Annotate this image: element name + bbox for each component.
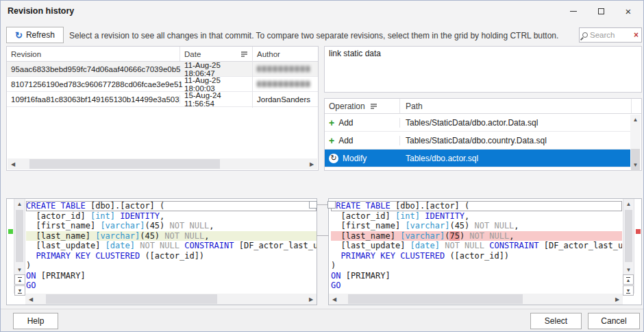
scroll-up-icon[interactable]: ▲ bbox=[623, 199, 634, 209]
code-line: [last_update] [date] NOT NULL CONSTRAINT… bbox=[331, 241, 622, 251]
search-input[interactable] bbox=[590, 31, 632, 39]
code-line: ON [PRIMARY] bbox=[26, 271, 317, 281]
scroll-left-icon[interactable]: ◀ bbox=[25, 296, 36, 303]
code-line: GO bbox=[331, 281, 622, 291]
operation-grid-header: Operation Path bbox=[325, 99, 641, 114]
vscroll-thumb[interactable] bbox=[16, 210, 23, 262]
code-line: PRIMARY KEY CLUSTERED ([actor_id]) bbox=[331, 251, 622, 261]
column-header-author[interactable]: Author bbox=[253, 47, 318, 61]
code-line: GO bbox=[26, 281, 317, 291]
left-pane-hscrollbar[interactable]: ◀ ▶ bbox=[25, 294, 317, 305]
clear-search-icon[interactable]: × bbox=[634, 30, 639, 40]
revision-hash: 95aac6833bebd959fc74d06aaf40666c7039e0b5 bbox=[7, 65, 180, 73]
right-code-editor[interactable]: CREATE TABLE [dbo].[actor] ( [actor_id] … bbox=[331, 199, 622, 294]
revision-row[interactable]: 109f16faa81c83063bf149165130b14499e3a503… bbox=[7, 92, 318, 107]
column-header-path[interactable]: Path bbox=[400, 99, 631, 113]
left-pane-vscrollbar[interactable]: ▲ ▼ bbox=[14, 199, 25, 274]
scroll-left-icon[interactable]: ◀ bbox=[8, 158, 18, 169]
refresh-label: Refresh bbox=[26, 30, 55, 40]
scroll-right-icon[interactable]: ▶ bbox=[306, 296, 317, 303]
code-line: [last_name] [varchar](75) NOT NULL, bbox=[331, 231, 622, 241]
left-code-editor[interactable]: CREATE TABLE [dbo].[actor] ( [actor_id] … bbox=[26, 199, 317, 294]
code-line: [actor_id] [int] IDENTITY, bbox=[26, 211, 317, 222]
operation-grid-vscrollbar[interactable]: ▲ ▼ bbox=[630, 115, 641, 169]
window-title: Revision history bbox=[8, 6, 74, 16]
change-marker-strip bbox=[634, 199, 641, 294]
right-pane-hscrollbar[interactable]: ◀ ▶ bbox=[329, 294, 623, 305]
change-marker-green bbox=[8, 229, 13, 234]
diff-navigation-buttons: ▲ ▼ bbox=[14, 274, 25, 296]
diff-toolbar: abc↵ 123 a·b Revision (81071256190ed783c… bbox=[1, 176, 643, 197]
revision-date: 15-Aug-24 11:56:54 bbox=[180, 91, 253, 108]
operation-row[interactable]: +Add Tables/StaticData/dbo.country.Data.… bbox=[325, 132, 632, 150]
refresh-button[interactable]: ↻ Refresh bbox=[6, 27, 64, 43]
operation-row[interactable]: +Add Tables/StaticData/dbo.actor.Data.sq… bbox=[325, 114, 632, 132]
revision-date: 11-Aug-25 18:00:03 bbox=[180, 76, 253, 93]
change-marker-red bbox=[636, 229, 641, 234]
blurred-author bbox=[257, 81, 310, 87]
code-line: [first_name] [varchar](45) NOT NULL, bbox=[331, 221, 622, 231]
add-plus-icon: + bbox=[329, 118, 334, 128]
operation-path: Tables/StaticData/dbo.country.Data.sql bbox=[400, 136, 632, 145]
maximize-button[interactable] bbox=[587, 1, 615, 21]
code-line: ) bbox=[331, 261, 622, 271]
code-line: ) bbox=[26, 261, 317, 271]
diff-pane-right: ▲ ▼ ▲ ▼ CREATE TABLE [dbo].[actor] ( [ac… bbox=[328, 198, 642, 305]
code-line: [last_update] [date] NOT NULL CONSTRAINT… bbox=[26, 241, 317, 251]
code-line: CREATE TABLE [dbo].[actor] ( bbox=[26, 201, 317, 211]
revision-author: JordanSanders bbox=[253, 95, 318, 104]
scroll-down-icon[interactable]: ▼ bbox=[630, 160, 641, 169]
scroll-left-icon[interactable]: ◀ bbox=[329, 296, 340, 303]
close-button[interactable]: × bbox=[615, 1, 642, 21]
search-box: × bbox=[579, 27, 642, 43]
code-line: [last_name] [varchar](45) NOT NULL, bbox=[26, 231, 317, 241]
column-header-date[interactable]: Date bbox=[180, 47, 253, 61]
maximize-icon bbox=[598, 8, 604, 14]
code-line: [actor_id] [int] IDENTITY, bbox=[331, 211, 622, 222]
revision-grid: Revision Date Author 95aac6833bebd959fc7… bbox=[6, 46, 319, 171]
code-line: PRIMARY KEY CLUSTERED ([actor_id]) bbox=[26, 251, 317, 261]
scroll-up-icon[interactable]: ▲ bbox=[14, 199, 25, 209]
cancel-button[interactable]: Cancel bbox=[588, 313, 640, 329]
next-difference-button[interactable]: ▼ bbox=[14, 285, 25, 296]
hscroll-thumb[interactable] bbox=[29, 159, 220, 169]
right-pane-vscrollbar[interactable]: ▲ ▼ bbox=[623, 199, 634, 274]
sort-icon bbox=[241, 51, 248, 57]
code-line: [first_name] [varchar](45) NOT NULL, bbox=[26, 221, 317, 231]
operation-label: Add bbox=[338, 136, 353, 145]
modify-sync-icon: ↻ bbox=[329, 154, 338, 163]
hscroll-thumb[interactable] bbox=[348, 294, 523, 304]
column-header-revision[interactable]: Revision bbox=[7, 47, 180, 61]
diff-connector-box bbox=[309, 201, 317, 209]
code-line: ON [PRIMARY] bbox=[331, 271, 622, 281]
revision-row[interactable]: 95aac6833bebd959fc74d06aaf40666c7039e0b5… bbox=[7, 62, 318, 77]
hscroll-thumb[interactable] bbox=[46, 294, 217, 304]
operation-row-selected[interactable]: ↻Modify Tables/dbo.actor.sql bbox=[325, 150, 632, 167]
operation-path: Tables/dbo.actor.sql bbox=[400, 154, 632, 163]
header-scrollbar-spacer bbox=[631, 99, 641, 113]
select-button[interactable]: Select bbox=[530, 313, 582, 329]
revision-row[interactable]: 81071256190ed783c960677288cd06fcae3e9e51… bbox=[7, 77, 318, 92]
search-icon bbox=[582, 32, 588, 38]
diff-connector-box bbox=[327, 201, 336, 209]
help-button[interactable]: Help bbox=[13, 313, 58, 329]
scroll-up-icon[interactable]: ▲ bbox=[630, 115, 641, 124]
scroll-right-icon[interactable]: ▶ bbox=[612, 296, 623, 303]
toolbar-hint: Select a revision to see all changes in … bbox=[69, 31, 558, 40]
revision-author-blurred bbox=[253, 81, 318, 87]
add-plus-icon: + bbox=[329, 136, 334, 145]
minimize-button[interactable] bbox=[560, 1, 587, 21]
column-header-operation[interactable]: Operation bbox=[325, 99, 400, 113]
scroll-down-icon[interactable]: ▼ bbox=[623, 265, 634, 274]
vscroll-thumb[interactable] bbox=[625, 210, 632, 262]
commit-comment-box[interactable]: link static data bbox=[324, 46, 642, 93]
next-difference-button[interactable]: ▼ bbox=[623, 285, 634, 296]
revision-hash: 109f16faa81c83063bf149165130b14499e3a503 bbox=[7, 95, 180, 104]
close-icon: × bbox=[626, 6, 632, 16]
previous-difference-button[interactable]: ▲ bbox=[14, 274, 25, 285]
revision-date: 11-Aug-25 18:06:47 bbox=[180, 61, 253, 78]
revision-grid-hscrollbar[interactable]: ◀ ▶ bbox=[8, 158, 317, 169]
scroll-down-icon[interactable]: ▼ bbox=[14, 265, 25, 274]
scroll-right-icon[interactable]: ▶ bbox=[306, 158, 317, 169]
previous-difference-button[interactable]: ▲ bbox=[623, 274, 634, 285]
